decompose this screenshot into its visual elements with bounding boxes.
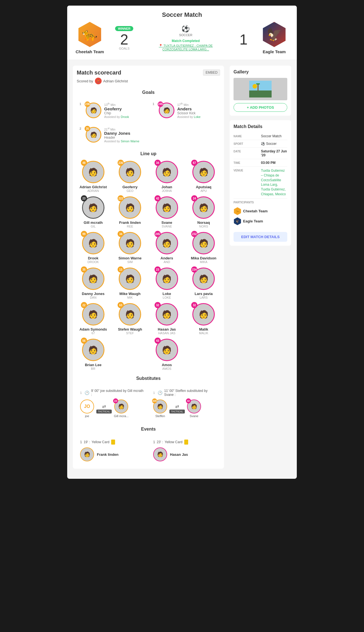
cheetah-team-side: 🐆 Cheetah Team — [73, 22, 107, 54]
sub-players-row: JO joe ⇄ TACTICAL 🧑 2 — [80, 399, 144, 418]
scorecard-section: Match scorecard EMBED Scored by 🏃 Adrian… — [73, 66, 224, 469]
detail-value-venue[interactable]: Tuxtla Gutierrez – Chiapa de CorzoSatéli… — [261, 168, 287, 197]
location-icon: 📍 — [159, 44, 163, 47]
player-code: AMOS — [162, 367, 171, 370]
sub-team-num: 1 — [80, 391, 82, 394]
player-name: Mike Waugh — [120, 292, 141, 296]
player-code: NORS — [199, 225, 208, 228]
sub-description: 11' 00" Steffen substituted by Svane : — [164, 389, 217, 397]
cheetah-goals-label: GOALS — [119, 47, 130, 50]
venue-info[interactable]: 📍 TUXTLA GUTIERREZ - CHIAPA DE CORZOSATÉ… — [147, 44, 224, 51]
goal-assist: Assisted by Simon Warne — [104, 140, 144, 143]
goal-min: 21st Min — [104, 127, 144, 131]
goal-item: 1 🧑 245 17th Min Anders Scissor Kick Ass… — [150, 99, 220, 121]
player-card: 🧑 232 Mika Davidson MIKA — [187, 232, 220, 264]
eagle-score-side: 1 GOALS — [238, 26, 249, 50]
sport-label: SOCCER — [179, 33, 192, 37]
gallery-title: Gallery — [234, 69, 287, 75]
player-avatar-wrapper: 🧑 63 — [119, 303, 141, 326]
substitutes-grid: 1 🕐 9' 00" joe substituted by Gill mcrat… — [77, 385, 220, 421]
player-num: 34 — [155, 160, 161, 166]
player-avatar-wrapper: 🧑 56 — [82, 339, 104, 361]
edit-match-details-button[interactable]: EDIT MATCH DETAILS — [234, 232, 287, 242]
detail-value: ⚽ Soccer — [261, 142, 287, 146]
goal-badge: 236 — [85, 101, 90, 107]
yellow-card-icon — [111, 440, 115, 445]
embed-button[interactable]: EMBED — [203, 69, 220, 76]
goal-avatar-wrapper: 🧑 245 — [159, 103, 174, 118]
player-name: Danny Jones — [82, 292, 104, 296]
gallery-photo — [234, 78, 287, 100]
detail-row-date: DATE Saturday 27 Jun '20 — [234, 148, 287, 159]
player-card: 🧑 23 Gill mcrath GIL — [77, 196, 110, 228]
player-avatar-wrapper: 🧑 42 — [156, 196, 178, 219]
detail-label: NAME — [234, 134, 259, 138]
player-code: SIM — [127, 260, 133, 264]
player-avatar-wrapper: 🧑 34 — [119, 232, 141, 254]
player-code: GEO — [127, 189, 133, 192]
scorecard-header: Match scorecard EMBED — [77, 69, 220, 76]
player-card: 🧑 34 Simon Warne SIM — [114, 232, 147, 264]
player-code: BR — [91, 367, 95, 370]
goal-player: Anders — [177, 106, 217, 111]
goal-team-num: 1 — [153, 102, 156, 106]
add-photos-button[interactable]: + ADD PHOTOS — [234, 103, 287, 112]
player-code: LOKE — [163, 296, 171, 299]
cheetah-team-name: Cheetah Team — [76, 49, 104, 54]
detail-row-time: TIME 03:00 PM — [234, 159, 287, 167]
tactical-badge: TACTICAL — [96, 410, 112, 413]
gallery-image-icon — [249, 81, 272, 97]
left-panel: Match scorecard EMBED Scored by 🏃 Adrian… — [73, 66, 224, 473]
player-avatar-wrapper: 🧑 23 — [156, 268, 178, 290]
participant-eagle: 🦅 Eagle Team — [234, 216, 287, 226]
event-item: 1 19' : Yellow Card 🧑 Frank linden — [77, 436, 147, 465]
goal-item: 1 🧑 236 13th Min Geoferry Chip Assisted … — [77, 99, 147, 121]
player-code: JO9HA — [162, 189, 172, 192]
player-card: 🧑 236 Geoferry GEO — [114, 161, 147, 192]
player-num: 42 — [155, 195, 161, 201]
player-avatar-wrapper: 🧑 35 — [82, 268, 104, 290]
player-num: 245 — [155, 231, 161, 237]
goal-info: 21st Min Danny Jones Header Assisted by … — [104, 127, 144, 143]
player-name: Aputsiaq — [196, 185, 211, 189]
player-code: MALIK — [199, 331, 208, 335]
player-name: Simon Warne — [118, 256, 142, 260]
eagle-icon: 🦅 — [262, 22, 287, 47]
player-name: Gill mcrath — [84, 220, 103, 225]
player-card: 🧑 35 Danny Jones DAN — [77, 268, 110, 299]
goal-badge: 245 — [158, 101, 163, 107]
clock-icon: 🕐 — [158, 391, 162, 395]
player-avatar-wrapper: 🧑 34 — [156, 161, 178, 183]
player-name: Svane — [162, 220, 172, 225]
detail-label-participants: PARTICIPANTS — [234, 200, 287, 204]
player-name: Hasan Jas — [158, 327, 176, 331]
participant-cheetah-hex: 🐆 — [234, 207, 241, 215]
eagle-hex: 🦅 — [262, 22, 287, 47]
details-title: Match Details — [234, 124, 287, 129]
player-avatar-wrapper: 🧑 222 — [119, 196, 141, 219]
goal-player: Danny Jones — [104, 131, 144, 136]
player-avatar-wrapper: 🧑 234 — [192, 268, 215, 290]
player-code: REE — [127, 225, 133, 228]
detail-row-venue: VENUE Tuxtla Gutierrez – Chiapa de Corzo… — [234, 167, 287, 199]
event-type: Yellow Card — [165, 440, 183, 444]
cheetah-hex: 🐆 — [77, 22, 102, 47]
player-num: 99 — [81, 231, 87, 237]
yellow-card-icon — [184, 440, 188, 445]
eagle-goals-label: GOALS — [238, 47, 249, 50]
player-name: Amos — [162, 363, 172, 367]
sub-header: 1 🕐 9' 00" joe substituted by Gill mcrat… — [80, 389, 144, 397]
goal-min: 17th Min — [177, 102, 217, 106]
player-avatar-wrapper: 🧑 32 — [192, 303, 215, 326]
player-code: 67 — [92, 331, 95, 335]
sub-in-player: 🧑 23 Gill mcra... — [114, 399, 129, 418]
scorer-avatar: 🏃 — [95, 78, 102, 84]
event-team-num: 1 — [80, 440, 82, 444]
player-code: ADRIAN — [87, 189, 99, 192]
arrows-icon: ⇄ — [175, 404, 179, 409]
event-player-row: 🧑 Frank linden — [80, 447, 144, 461]
player-num: 22 — [81, 302, 87, 308]
player-card-empty — [114, 339, 147, 370]
goal-team-num: 2 — [80, 127, 83, 130]
player-name: Loke — [163, 292, 171, 296]
